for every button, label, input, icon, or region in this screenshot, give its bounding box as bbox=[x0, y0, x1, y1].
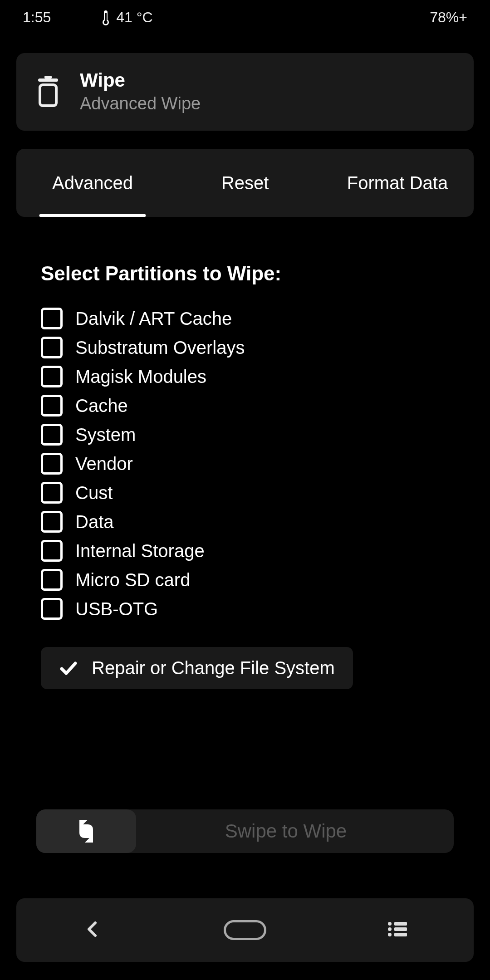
status-temp-value: 41 °C bbox=[116, 9, 152, 26]
tab-label: Reset bbox=[221, 173, 269, 193]
repair-label: Repair or Change File System bbox=[92, 658, 335, 678]
checkbox[interactable] bbox=[41, 598, 63, 620]
partition-row[interactable]: Vendor bbox=[41, 453, 449, 475]
svg-rect-6 bbox=[40, 85, 56, 106]
chevron-left-icon bbox=[83, 920, 102, 940]
partition-row[interactable]: Internal Storage bbox=[41, 540, 449, 562]
page-subtitle: Advanced Wipe bbox=[80, 94, 201, 113]
status-bar: 1:55 41 °C 78%+ bbox=[0, 0, 490, 35]
partition-label: System bbox=[75, 425, 136, 445]
trash-icon bbox=[34, 76, 62, 108]
svg-point-7 bbox=[388, 922, 392, 926]
svg-point-9 bbox=[388, 927, 392, 931]
recovery-logo-icon bbox=[70, 815, 102, 847]
tab-label: Format Data bbox=[347, 173, 448, 193]
checkbox[interactable] bbox=[41, 540, 63, 562]
partition-label: Cache bbox=[75, 396, 128, 416]
section-title: Select Partitions to Wipe: bbox=[41, 262, 449, 285]
home-button[interactable] bbox=[218, 912, 272, 948]
content-area: Select Partitions to Wipe: Dalvik / ART … bbox=[0, 217, 490, 689]
swipe-to-wipe-slider[interactable]: Swipe to Wipe bbox=[36, 809, 454, 853]
swipe-handle[interactable] bbox=[36, 809, 136, 853]
checkbox[interactable] bbox=[41, 424, 63, 446]
partition-label: Vendor bbox=[75, 454, 133, 474]
partition-label: Substratum Overlays bbox=[75, 338, 245, 358]
partition-row[interactable]: System bbox=[41, 424, 449, 446]
partition-label: Data bbox=[75, 512, 114, 532]
svg-point-3 bbox=[104, 20, 108, 24]
check-icon bbox=[59, 659, 78, 678]
navigation-bar bbox=[16, 898, 474, 962]
list-icon bbox=[387, 920, 408, 940]
partition-label: Internal Storage bbox=[75, 541, 205, 561]
svg-rect-4 bbox=[38, 78, 58, 82]
tab-reset[interactable]: Reset bbox=[169, 149, 321, 217]
svg-rect-2 bbox=[105, 13, 107, 21]
checkbox[interactable] bbox=[41, 366, 63, 387]
tab-advanced[interactable]: Advanced bbox=[16, 149, 169, 217]
status-temperature: 41 °C bbox=[101, 9, 152, 26]
page-title: Wipe bbox=[80, 69, 201, 91]
thermometer-icon bbox=[101, 10, 111, 26]
partition-label: Cust bbox=[75, 483, 113, 503]
partition-row[interactable]: Magisk Modules bbox=[41, 366, 449, 387]
svg-rect-5 bbox=[44, 76, 52, 78]
checkbox[interactable] bbox=[41, 453, 63, 475]
checkbox[interactable] bbox=[41, 395, 63, 416]
back-button[interactable] bbox=[65, 912, 120, 948]
partition-label: Dalvik / ART Cache bbox=[75, 309, 232, 329]
status-battery: 78%+ bbox=[430, 9, 467, 26]
partition-row[interactable]: Data bbox=[41, 511, 449, 533]
status-time: 1:55 bbox=[23, 9, 51, 26]
checkbox[interactable] bbox=[41, 308, 63, 329]
checkbox[interactable] bbox=[41, 337, 63, 358]
svg-rect-12 bbox=[394, 933, 407, 936]
home-pill-icon bbox=[224, 920, 266, 940]
swipe-label: Swipe to Wipe bbox=[136, 820, 454, 842]
svg-point-11 bbox=[388, 933, 392, 936]
partition-label: Micro SD card bbox=[75, 570, 190, 590]
svg-rect-8 bbox=[394, 922, 407, 926]
partition-row[interactable]: Dalvik / ART Cache bbox=[41, 308, 449, 329]
partition-row[interactable]: Substratum Overlays bbox=[41, 337, 449, 358]
partition-row[interactable]: Micro SD card bbox=[41, 569, 449, 591]
partition-list: Dalvik / ART Cache Substratum Overlays M… bbox=[41, 308, 449, 620]
repair-filesystem-button[interactable]: Repair or Change File System bbox=[41, 647, 353, 689]
tab-format-data[interactable]: Format Data bbox=[321, 149, 474, 217]
tab-label: Advanced bbox=[52, 173, 133, 193]
partition-row[interactable]: Cache bbox=[41, 395, 449, 416]
page-header: Wipe Advanced Wipe bbox=[16, 53, 474, 131]
svg-rect-10 bbox=[394, 927, 407, 931]
partition-row[interactable]: USB-OTG bbox=[41, 598, 449, 620]
partition-row[interactable]: Cust bbox=[41, 482, 449, 504]
partition-label: Magisk Modules bbox=[75, 367, 206, 387]
partition-label: USB-OTG bbox=[75, 599, 158, 619]
checkbox[interactable] bbox=[41, 482, 63, 504]
checkbox[interactable] bbox=[41, 569, 63, 591]
checkbox[interactable] bbox=[41, 511, 63, 533]
menu-button[interactable] bbox=[370, 912, 425, 948]
tab-bar: Advanced Reset Format Data bbox=[16, 149, 474, 217]
